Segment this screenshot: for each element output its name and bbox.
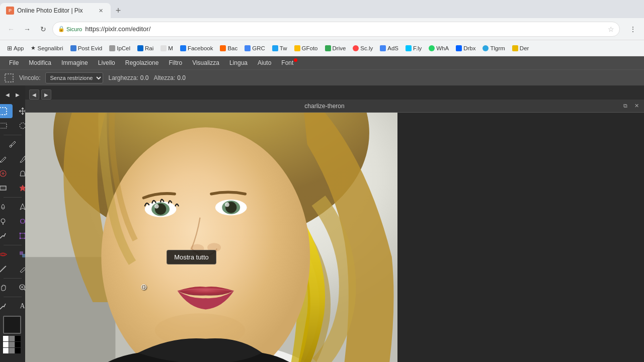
bookmark-drbx[interactable]: Drbx [453,44,478,52]
eye-tool[interactable] [0,247,13,261]
right-panel [397,113,644,362]
bookmark-star-icon[interactable]: ☆ [608,25,614,33]
bookmark-rai[interactable]: Rai [134,44,156,52]
svg-point-26 [154,204,159,209]
swatch-gray3[interactable] [9,348,15,353]
bookmark-ipcell[interactable]: IpCel [106,44,133,52]
gradient-tool[interactable] [0,262,13,276]
menu-lingua[interactable]: Lingua [224,58,253,68]
color-palette [3,336,22,353]
bookmark-m[interactable]: M [157,44,176,52]
tool-separator-5 [4,297,22,297]
vincolo-select[interactable]: Senza restrizione [45,72,103,83]
rectangle-tool[interactable] [0,181,13,195]
bookmark-fly[interactable]: F.ly [403,44,425,52]
swatch-white3[interactable] [3,348,9,353]
canvas-prev-arrow[interactable]: ◀ [29,89,39,100]
swatch-gray2[interactable] [9,342,15,347]
bookmark-wha[interactable]: WhA [426,44,452,52]
altezza-value: 0.0 [177,74,186,81]
swatch-black2[interactable] [15,342,21,347]
svg-point-9 [19,233,21,234]
svg-rect-5 [0,186,6,190]
tab-title: Online Photo Editor | Pix [17,7,94,14]
menu-aiuto[interactable]: Aiuto [253,58,276,68]
rect-select-icon [0,107,8,116]
svg-rect-8 [20,233,25,238]
new-tab-button[interactable]: + [111,3,126,18]
tool-separator-4 [4,278,22,279]
color-tool[interactable] [0,299,13,313]
bookmark-bac[interactable]: Bac [217,44,240,52]
eyedropper-icon [8,140,17,149]
active-tab[interactable]: P Online Photo Editor | Pix ✕ [0,3,111,18]
panel-next-button[interactable]: ▶ [13,87,22,102]
menu-livello[interactable]: Livello [93,58,120,68]
menu-font[interactable]: Font [276,58,298,68]
rect-marquee-tool[interactable] [0,119,13,133]
bookmark-tw[interactable]: Tw [269,44,290,52]
extensions-button[interactable]: ⋮ [626,22,640,36]
rect-icon [0,184,8,193]
swatch-gray[interactable] [9,336,15,341]
menu-modifica[interactable]: Modifica [24,58,56,68]
bookmark-postevid[interactable]: Post Evid [67,44,106,52]
bookmark-app[interactable]: ⊞ App [4,44,27,53]
menu-visualizza[interactable]: Visualizza [187,58,224,68]
text-tool-label: A [20,302,25,310]
pencil-tool[interactable] [0,152,13,166]
app-wrapper: File Modifica Immagine Livello Regolazio… [0,56,644,362]
crop-tools-row [3,137,22,151]
bookmark-gfoto[interactable]: GFoto [291,44,321,52]
dodge-tool[interactable] [0,214,13,228]
canvas-area[interactable]: ◀ ▶ charlize-theron ⧉ ✕ [25,85,644,362]
eyedropper-tool[interactable] [3,137,22,151]
options-toolbar: Vincolo: Senza restrizione Larghezza: 0.… [0,69,644,85]
photo-canvas[interactable]: Mostra tutto ⊕ [25,113,397,362]
dodge-icon [0,217,8,226]
hand-tool[interactable] [0,281,13,295]
mostra-tutto-button[interactable]: Mostra tutto [167,250,216,264]
bookmark-drive[interactable]: Drive [322,44,349,52]
bookmark-ads[interactable]: AdS [377,44,401,52]
primary-color-swatch[interactable] [3,316,21,334]
forward-button[interactable]: → [20,22,34,36]
canvas-next-arrow[interactable]: ▶ [41,89,51,100]
url-display: https://pixlr.com/editor/ [85,25,605,33]
menu-file[interactable]: File [4,58,24,68]
tab-close-button[interactable]: ✕ [97,7,105,15]
menu-immagine[interactable]: Immagine [56,58,93,68]
healing-tool[interactable] [0,166,13,180]
menu-regolazione[interactable]: Regolazione [120,58,164,68]
swatch-black[interactable] [15,336,21,341]
blur-tool[interactable] [0,200,13,214]
swatch-white2[interactable] [3,342,9,347]
svg-rect-2 [0,123,7,128]
close-image-button[interactable]: ✕ [632,102,641,111]
tool-separator-3 [4,245,22,245]
svg-rect-1 [0,108,7,115]
marquee-icon [0,121,8,130]
address-input[interactable]: 🔒 Sicuro https://pixlr.com/editor/ ☆ [52,22,620,37]
tools-panel: ◀ ▶ [0,85,25,362]
rect-select-tool[interactable] [0,104,13,118]
smudge-tool[interactable] [0,229,13,243]
menu-bar: File Modifica Immagine Livello Regolazio… [0,56,644,69]
svg-point-6 [1,219,5,223]
swatch-black3[interactable] [15,348,21,353]
back-button[interactable]: ← [4,22,18,36]
editor-area: ◀ ▶ [0,85,644,362]
bookmark-der[interactable]: Der [509,44,532,52]
bookmark-scly[interactable]: Sc.ly [350,44,376,52]
menu-filtro[interactable]: Filtro [164,58,187,68]
bookmark-grc[interactable]: GRC [242,44,268,52]
panel-prev-button[interactable]: ◀ [3,87,12,102]
bookmark-tlgrm[interactable]: Tlgrm [479,44,508,52]
bookmark-facebook[interactable]: Facebook [177,44,216,52]
smudge-icon [0,231,8,240]
bookmark-segnalibri[interactable]: ★ Segnalibri [28,44,66,52]
refresh-button[interactable]: ↻ [36,22,50,36]
maximize-button[interactable]: ⧉ [621,102,630,111]
font-badge [294,58,297,62]
swatch-white[interactable] [3,336,9,341]
